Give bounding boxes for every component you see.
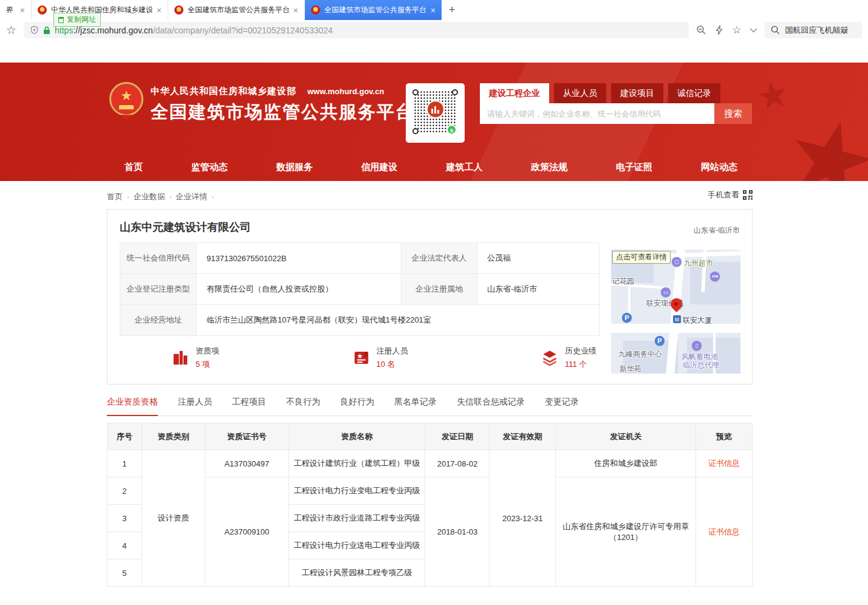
search-category-tabs: 建设工程企业 从业人员 建设项目 诚信记录 bbox=[480, 83, 752, 103]
nav-supervision[interactable]: 监管动态 bbox=[191, 162, 228, 173]
platform-title: 全国建筑市场监管公共服务平台 bbox=[151, 100, 414, 125]
supermarket-poi-icon: ◻ bbox=[672, 257, 682, 267]
tower-building-icon: ▤ bbox=[673, 315, 681, 323]
nav-workers[interactable]: 建筑工人 bbox=[446, 162, 482, 173]
cell-qualification-name: 工程设计电力行业变电工程专业丙级 bbox=[289, 477, 425, 505]
tab-registered-personnel[interactable]: 注册人员 bbox=[178, 393, 212, 415]
field-label: 统一社会信用代码 bbox=[120, 243, 197, 274]
browser-search-box[interactable]: 国航回应飞机颠簸 bbox=[765, 22, 862, 38]
cell-issue-date: 2018-01-03 bbox=[425, 477, 490, 587]
search-tab-enterprise[interactable]: 建设工程企业 bbox=[480, 83, 549, 103]
map-label-garden: 记花园 bbox=[612, 276, 634, 287]
chevron-down-icon[interactable] bbox=[750, 28, 757, 33]
cell-validity: 2023-12-31 bbox=[490, 450, 556, 587]
cell-seq: 1 bbox=[108, 450, 142, 477]
stat-qualifications[interactable]: 资质项 5 项 bbox=[171, 346, 219, 370]
map-label-lianan-tower: 联安大厦 bbox=[683, 315, 712, 326]
new-tab-button[interactable]: + bbox=[442, 0, 462, 20]
address-bar[interactable]: https://jzsc.mohurd.gov.cn/data/company/… bbox=[24, 22, 689, 38]
keyword-search-input[interactable] bbox=[480, 103, 714, 124]
zoom-out-icon[interactable] bbox=[696, 25, 706, 35]
certificate-info-link[interactable]: 证书信息 bbox=[708, 527, 740, 536]
cell-issue-date: 2017-08-02 bbox=[425, 450, 490, 477]
cell-cert-no: A237009100 bbox=[205, 477, 289, 587]
lightning-icon[interactable] bbox=[715, 25, 723, 35]
tab-change-records[interactable]: 变更记录 bbox=[545, 393, 579, 415]
browser-tab-jzsc-1[interactable]: 全国建筑市场监管公共服务平台 × bbox=[168, 0, 305, 20]
company-stats: 资质项 5 项 注册人员 10 名 历史业绩 111 个 bbox=[171, 346, 596, 370]
favorite-star-icon[interactable]: ☆ bbox=[732, 25, 741, 35]
header-qr-code: s bbox=[406, 83, 465, 143]
stat-historical-projects[interactable]: 历史业绩 111 个 bbox=[541, 346, 596, 370]
tab-projects[interactable]: 工程项目 bbox=[232, 393, 266, 415]
nav-data-service[interactable]: 数据服务 bbox=[276, 162, 313, 173]
field-label: 企业注册属地 bbox=[402, 274, 477, 305]
browser-tab-jzsc-active[interactable]: 全国建筑市场监管公共服务平台 × bbox=[305, 0, 442, 20]
layers-icon bbox=[541, 349, 559, 367]
search-icon bbox=[771, 26, 780, 35]
wechat-miniprogram-icon: s bbox=[446, 125, 457, 135]
tab-close-icon[interactable]: × bbox=[157, 5, 162, 15]
breadcrumb-company-detail[interactable]: 企业详情 bbox=[176, 191, 207, 202]
map-road bbox=[611, 324, 740, 333]
toolbar-icons: ☆ bbox=[696, 25, 757, 35]
qr-eye-icon bbox=[412, 89, 419, 95]
cell-seq: 3 bbox=[108, 505, 142, 532]
browser-tab-partial[interactable]: 界 × bbox=[0, 0, 32, 20]
breadcrumb: 首页 › 企业数据 › 企业详情 › 手机查看 bbox=[107, 181, 753, 209]
qr-eye-icon bbox=[412, 128, 419, 134]
cell-cert-no: A137030497 bbox=[205, 450, 289, 477]
tab-close-icon[interactable]: × bbox=[20, 5, 25, 15]
search-tab-personnel[interactable]: 从业人员 bbox=[554, 83, 606, 103]
emblem-favicon-icon bbox=[174, 5, 183, 15]
search-button[interactable]: 搜索 bbox=[714, 103, 752, 124]
nav-credit[interactable]: 信用建设 bbox=[361, 162, 398, 173]
page-top-gap bbox=[0, 40, 868, 63]
tab-close-icon[interactable]: × bbox=[431, 5, 436, 15]
main-navigation: 首页 监管动态 数据服务 信用建设 建筑工人 政策法规 电子证照 网站动态 bbox=[125, 162, 737, 173]
stat-registered-personnel[interactable]: 注册人员 10 名 bbox=[352, 346, 408, 370]
company-name: 山东中元建筑设计有限公司 bbox=[120, 220, 740, 234]
building-icon bbox=[171, 349, 190, 367]
ministry-website: www.mohurd.gov.cn bbox=[307, 87, 384, 96]
breadcrumb-company-data[interactable]: 企业数据 bbox=[134, 191, 165, 202]
tab-blacklist[interactable]: 黑名单记录 bbox=[394, 393, 437, 415]
header-search-module: 建设工程企业 从业人员 建设项目 诚信记录 搜索 bbox=[480, 83, 752, 124]
search-tab-project[interactable]: 建设项目 bbox=[611, 83, 663, 103]
qualification-table: 序号 资质类别 资质证书号 资质名称 发证日期 发证有效期 发证机关 预览 1 … bbox=[107, 423, 753, 587]
nav-home[interactable]: 首页 bbox=[125, 162, 143, 173]
shield-plus-icon[interactable] bbox=[30, 26, 39, 35]
tab-dishonesty[interactable]: 失信联合惩戒记录 bbox=[457, 393, 525, 415]
nav-site-news[interactable]: 网站动态 bbox=[701, 162, 737, 173]
nav-policy[interactable]: 政策法规 bbox=[531, 162, 567, 173]
certificate-info-link[interactable]: 证书信息 bbox=[708, 459, 740, 468]
emblem-favicon-icon bbox=[311, 5, 320, 15]
map-label-jiufeng: 九峰商务中心 bbox=[618, 349, 662, 360]
cell-seq: 5 bbox=[108, 559, 142, 587]
copy-url-tooltip: 复制网址 bbox=[53, 13, 101, 27]
field-value-registration-type: 有限责任公司（自然人投资或控股） bbox=[197, 274, 402, 305]
tab-close-icon[interactable]: × bbox=[293, 5, 298, 15]
map-tooltip: 点击可查看详情 bbox=[612, 251, 671, 264]
tab-bad-behavior[interactable]: 不良行为 bbox=[286, 393, 320, 415]
search-tab-credit[interactable]: 诚信记录 bbox=[668, 83, 720, 103]
lock-icon bbox=[43, 26, 50, 35]
map-label-xinhua: 新华苑 bbox=[620, 364, 641, 374]
cell-category: 设计资质 bbox=[142, 450, 205, 587]
mobile-view-link[interactable]: 手机查看 bbox=[708, 190, 753, 200]
ministry-name: 中华人民共和国住房和城乡建设部 bbox=[151, 86, 296, 97]
company-region: 山东省-临沂市 bbox=[694, 225, 740, 236]
location-map[interactable]: 点击可查看详情 ◻ 九州超市 ATM 记花园 ▭ 联安现代城 ▤ 联安大厦 P … bbox=[611, 250, 740, 374]
field-value-registration-region: 山东省-临沂市 bbox=[477, 274, 600, 305]
copy-icon bbox=[58, 17, 64, 23]
breadcrumb-home[interactable]: 首页 bbox=[107, 191, 123, 202]
cell-preview: 证书信息 bbox=[696, 450, 753, 477]
bookmark-star-icon[interactable]: ☆ bbox=[6, 24, 16, 36]
tab-title: 界 bbox=[6, 5, 16, 15]
nav-e-license[interactable]: 电子证照 bbox=[616, 162, 652, 173]
table-row: 1 设计资质 A137030497 工程设计建筑行业（建筑工程）甲级 2017-… bbox=[108, 450, 753, 477]
tab-good-behavior[interactable]: 良好行为 bbox=[340, 393, 374, 415]
cell-seq: 4 bbox=[108, 532, 142, 559]
tab-qualifications[interactable]: 企业资质资格 bbox=[107, 393, 158, 415]
field-label: 企业经营地址 bbox=[120, 305, 197, 336]
